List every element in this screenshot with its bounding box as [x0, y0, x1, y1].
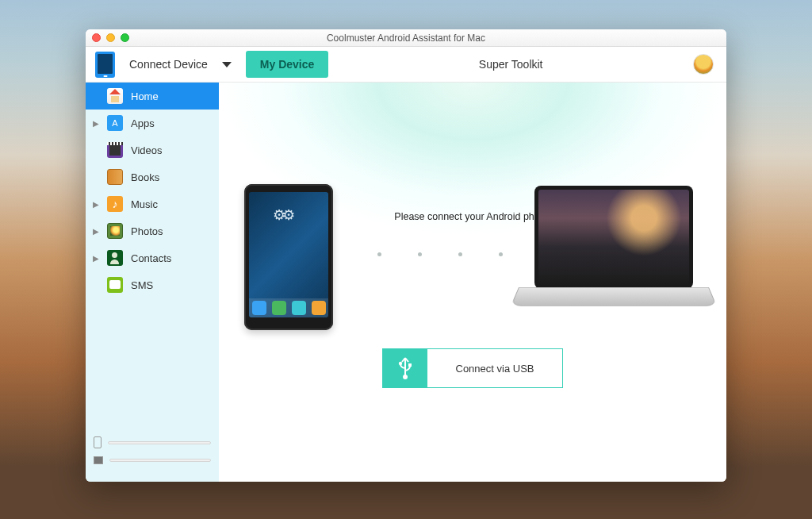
sidebar-item-music[interactable]: ▶ ♪ Music	[86, 190, 219, 217]
device-icon	[95, 52, 115, 78]
sidebar-item-home[interactable]: ▶ Home	[86, 83, 219, 110]
storage-indicators	[86, 429, 219, 482]
usb-icon	[383, 349, 427, 387]
window-title: Coolmuster Android Assistant for Mac	[86, 33, 726, 44]
sidebar-item-books[interactable]: ▶ Books	[86, 163, 219, 190]
svg-point-0	[399, 362, 402, 365]
transfer-dots	[377, 252, 503, 256]
sidebar-item-label: Home	[131, 90, 159, 102]
svg-rect-1	[408, 363, 412, 367]
expand-icon[interactable]: ▶	[93, 119, 99, 128]
expand-icon[interactable]: ▶	[93, 227, 99, 236]
super-toolkit-tab[interactable]: Super Toolkit	[343, 58, 679, 71]
sidebar-item-label: Music	[131, 198, 158, 210]
sidebar-item-label: Contacts	[131, 252, 171, 264]
connect-device-dropdown[interactable]: Connect Device	[129, 58, 232, 71]
connect-device-label: Connect Device	[129, 58, 208, 71]
phone-storage-icon	[94, 436, 102, 448]
videos-icon	[107, 142, 123, 158]
expand-icon[interactable]: ▶	[93, 254, 99, 263]
main-panel: ⚙⚙ Please connect your Android phone	[219, 83, 726, 482]
svg-point-2	[403, 375, 408, 379]
contacts-icon	[107, 250, 123, 266]
sidebar-item-label: Photos	[131, 225, 163, 237]
storage-phone-row	[94, 436, 211, 448]
sms-icon	[107, 277, 123, 293]
connect-via-usb-button[interactable]: Connect via USB	[382, 348, 563, 388]
sidebar-item-label: Apps	[131, 117, 155, 129]
books-icon	[107, 169, 123, 185]
photos-icon	[107, 223, 123, 239]
sd-card-icon	[94, 456, 103, 464]
sidebar-item-contacts[interactable]: ▶ Contacts	[86, 244, 219, 271]
connect-via-usb-label: Connect via USB	[427, 349, 562, 387]
app-window: Coolmuster Android Assistant for Mac Con…	[86, 29, 726, 482]
music-icon: ♪	[107, 196, 123, 212]
content-area: ▶ Home ▶ A Apps ▶ Videos ▶ Books ▶ ♪	[86, 83, 726, 482]
apps-icon: A	[107, 115, 123, 131]
sidebar-item-sms[interactable]: ▶ SMS	[86, 271, 219, 298]
sidebar-item-label: SMS	[131, 279, 153, 291]
sidebar: ▶ Home ▶ A Apps ▶ Videos ▶ Books ▶ ♪	[86, 83, 219, 482]
sd-storage-bar	[109, 459, 211, 462]
sidebar-item-label: Books	[131, 171, 159, 183]
sidebar-item-photos[interactable]: ▶ Photos	[86, 217, 219, 244]
toolbar: Connect Device My Device Super Toolkit	[86, 47, 726, 83]
title-bar: Coolmuster Android Assistant for Mac	[86, 29, 726, 47]
expand-icon[interactable]: ▶	[93, 200, 99, 209]
sidebar-item-label: Videos	[131, 144, 163, 156]
android-phone-illustration: ⚙⚙	[244, 184, 333, 330]
sidebar-item-apps[interactable]: ▶ A Apps	[86, 110, 219, 136]
home-icon	[107, 88, 123, 104]
storage-sd-row	[94, 456, 211, 464]
my-device-button[interactable]: My Device	[246, 51, 328, 78]
laptop-illustration	[519, 186, 709, 322]
user-avatar[interactable]	[693, 54, 714, 75]
dropdown-caret-icon	[222, 62, 232, 67]
phone-storage-bar	[108, 441, 211, 444]
sidebar-item-videos[interactable]: ▶ Videos	[86, 136, 219, 163]
